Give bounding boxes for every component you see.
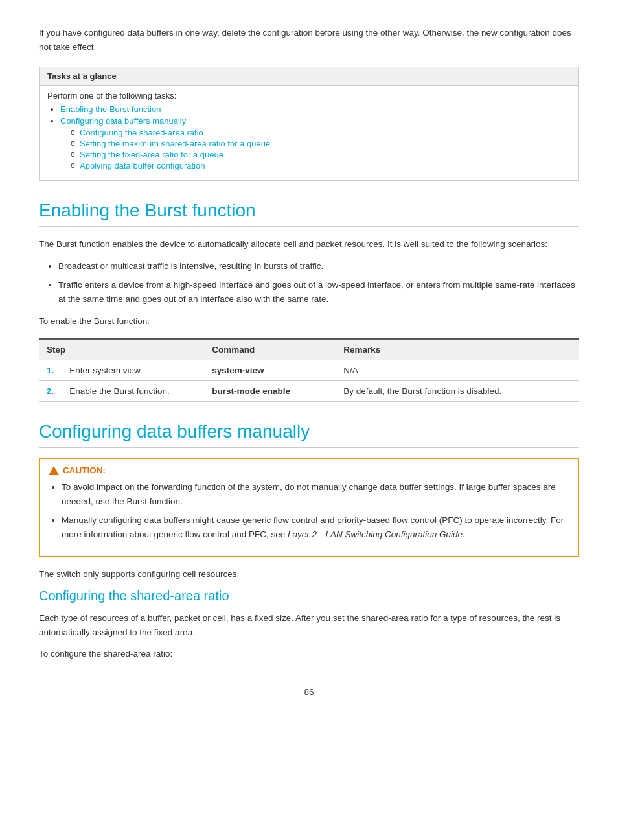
task-item-manual: Configuring data buffers manually Config… [60, 116, 571, 170]
burst-table-intro: To enable the Burst function: [39, 314, 579, 329]
caution-bullet-2: Manually configuring data buffers might … [62, 513, 569, 541]
task-link-burst[interactable]: Enabling the Burst function [60, 104, 161, 114]
task-link-maxshared[interactable]: Setting the maximum shared-area ratio fo… [80, 139, 270, 148]
step-desc-1: Enter system view. [62, 360, 204, 381]
step-num-1: 1. [39, 360, 62, 381]
command-2: burst-mode enable [204, 381, 336, 402]
task-sub-applying: Applying data buffer configuration [71, 161, 571, 170]
command-1: system-view [204, 360, 336, 381]
task-sub-fixed: Setting the fixed-area ratio for a queue [71, 150, 571, 159]
manual-section-title: Configuring data buffers manually [39, 421, 579, 448]
task-link-manual[interactable]: Configuring data buffers manually [60, 116, 186, 126]
caution-period: . [463, 530, 465, 539]
manual-body: The switch only supports configuring cel… [39, 567, 579, 581]
step-desc-2: Enable the Burst function. [62, 381, 204, 402]
caution-triangle-icon [49, 466, 59, 475]
task-sub-maxshared: Setting the maximum shared-area ratio fo… [71, 139, 571, 148]
burst-table-wrapper: Step Command Remarks 1. Enter system vie… [39, 338, 579, 402]
tasks-box: Tasks at a glance Perform one of the fol… [39, 67, 579, 181]
task-link-fixed[interactable]: Setting the fixed-area ratio for a queue [80, 150, 223, 159]
step-num-2: 2. [39, 381, 62, 402]
intro-paragraph: If you have configured data buffers in o… [39, 26, 579, 54]
caution-header: CAUTION: [49, 465, 569, 475]
tasks-intro: Perform one of the following tasks: [47, 91, 571, 100]
manual-section: Configuring data buffers manually CAUTIO… [39, 421, 579, 581]
burst-intro: The Burst function enables the device to… [39, 237, 579, 251]
shared-para1: Each type of resources of a buffer, pack… [39, 611, 579, 639]
tasks-body: Perform one of the following tasks: Enab… [40, 86, 578, 180]
caution-label: CAUTION: [63, 465, 106, 475]
task-sublist: Configuring the shared-area ratio Settin… [71, 128, 571, 170]
caution-bullets: To avoid impact on the forwarding functi… [62, 480, 569, 541]
caution-box: CAUTION: To avoid impact on the forwardi… [39, 458, 579, 556]
tasks-header: Tasks at a glance [40, 67, 578, 86]
caution-bullet-1: To avoid impact on the forwarding functi… [62, 480, 569, 508]
table-row: 2. Enable the Burst function. burst-mode… [39, 381, 579, 402]
task-sub-shared: Configuring the shared-area ratio [71, 128, 571, 137]
table-row: 1. Enter system view. system-view N/A [39, 360, 579, 381]
task-item-burst: Enabling the Burst function [60, 104, 571, 114]
task-link-applying[interactable]: Applying data buffer configuration [80, 161, 205, 170]
task-link-shared[interactable]: Configuring the shared-area ratio [80, 128, 203, 137]
remarks-1: N/A [336, 360, 579, 381]
burst-section: Enabling the Burst function The Burst fu… [39, 200, 579, 402]
remarks-2: By default, the Burst function is disabl… [336, 381, 579, 402]
th-step: Step [39, 339, 204, 360]
shared-section-title: Configuring the shared-area ratio [39, 589, 579, 603]
burst-section-title: Enabling the Burst function [39, 200, 579, 227]
burst-bullets: Broadcast or multicast traffic is intens… [58, 259, 579, 307]
shared-para2: To configure the shared-area ratio: [39, 647, 579, 661]
page-number: 86 [39, 687, 579, 697]
caution-italic-ref: Layer 2—LAN Switching Configuration Guid… [288, 530, 463, 539]
shared-section: Configuring the shared-area ratio Each t… [39, 589, 579, 661]
burst-table: Step Command Remarks 1. Enter system vie… [39, 338, 579, 402]
burst-table-header-row: Step Command Remarks [39, 339, 579, 360]
burst-bullet-1: Broadcast or multicast traffic is intens… [58, 259, 579, 274]
th-command: Command [204, 339, 336, 360]
tasks-list: Enabling the Burst function Configuring … [60, 104, 571, 170]
burst-bullet-2: Traffic enters a device from a high-spee… [58, 278, 579, 306]
th-remarks: Remarks [336, 339, 579, 360]
